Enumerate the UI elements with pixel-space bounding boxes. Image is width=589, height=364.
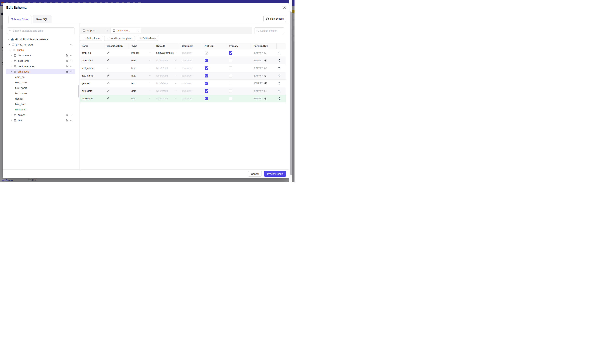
tree-item-public[interactable]: public [3,47,79,53]
not-null-checkbox[interactable] [205,89,208,93]
copy-icon[interactable] [65,54,68,57]
edit-foreign-key-icon[interactable] [264,97,267,100]
page-scrollbar[interactable] [289,0,292,182]
type-select[interactable]: text [129,64,154,72]
tree-item-first_name[interactable]: first_name [3,85,79,91]
not-null-checkbox[interactable] [205,82,208,85]
default-select[interactable]: No default [154,64,179,72]
tab-schema-editor[interactable]: Schema Editor [8,15,32,23]
caret-right-icon[interactable] [10,54,13,57]
edit-foreign-key-icon[interactable] [264,59,267,62]
copy-icon[interactable] [65,60,68,62]
more-options-icon[interactable] [70,59,73,62]
type-select[interactable]: date [129,57,154,64]
default-select[interactable]: No default [154,95,179,102]
caret-down-icon[interactable] [7,38,10,40]
cancel-button[interactable]: Cancel [248,171,262,177]
caret-right-icon[interactable] [10,119,13,122]
copy-icon[interactable] [65,114,68,116]
primary-checkbox[interactable] [229,97,232,100]
column-name-cell[interactable]: emp_no [80,49,104,57]
preview-issue-button[interactable]: Preview issue [264,171,286,177]
edit-indexes-button[interactable]: Edit indexes [137,36,158,41]
more-options-icon[interactable] [70,119,73,122]
column-name-cell[interactable]: nickname [80,95,104,102]
add-from-template-button[interactable]: Add from template [104,36,135,41]
more-options-icon[interactable] [70,113,73,116]
comment-input[interactable]: comment [179,72,202,79]
column-name-cell[interactable]: hire_date [80,87,104,95]
editor-tab-public.em...[interactable]: public.em... [111,28,141,33]
editor-tab-hr_prod[interactable]: hr_prod [81,28,110,33]
column-name-cell[interactable]: last_name [80,72,104,79]
column-name-cell[interactable]: gender [80,80,104,87]
tree-item-gender[interactable]: gender [3,96,79,101]
primary-checkbox[interactable] [229,59,232,62]
tree-item-nickname[interactable]: nickname [3,107,79,112]
pencil-icon[interactable] [107,97,109,100]
column-name-cell[interactable]: birth_date [80,57,104,64]
close-tab-icon[interactable] [106,29,108,32]
more-options-icon[interactable] [70,54,73,57]
edit-foreign-key-icon[interactable] [264,90,267,92]
comment-input[interactable]: comment [179,64,202,72]
pencil-icon[interactable] [107,67,109,70]
not-null-checkbox[interactable] [205,66,208,70]
column-name-cell[interactable]: first_name [80,64,104,72]
edit-foreign-key-icon[interactable] [264,67,267,70]
close-tab-icon[interactable] [137,29,139,32]
default-select[interactable]: No default [154,72,179,79]
type-select[interactable]: text [129,72,154,79]
primary-checkbox[interactable] [229,74,232,78]
copy-icon[interactable] [65,119,68,122]
type-select[interactable]: integer [129,49,154,57]
more-options-icon[interactable] [70,49,73,52]
tree-item-hire_date[interactable]: hire_date [3,101,79,107]
delete-column-icon[interactable] [278,74,281,77]
comment-input[interactable]: comment [179,87,202,95]
default-select[interactable]: No default [154,57,179,64]
caret-right-icon[interactable] [10,65,13,68]
type-select[interactable]: text [129,95,154,102]
more-options-icon[interactable] [70,70,73,73]
tree-item-birth_date[interactable]: birth_date [3,80,79,85]
pencil-icon[interactable] [107,90,109,92]
caret-down-icon[interactable] [8,43,11,46]
caret-right-icon[interactable] [10,114,13,116]
not-null-checkbox[interactable] [205,74,208,78]
tree-scrollbar-thumb[interactable] [78,85,79,98]
edit-foreign-key-icon[interactable] [264,52,267,54]
edit-foreign-key-icon[interactable] [264,74,267,77]
more-options-icon[interactable] [70,65,73,68]
add-column-button[interactable]: Add column [80,36,102,41]
more-options-icon[interactable] [70,43,73,46]
pencil-icon[interactable] [107,59,109,62]
run-checks-button[interactable]: Run checks [263,16,286,22]
caret-right-icon[interactable] [10,60,13,62]
primary-checkbox[interactable] [229,66,232,70]
pencil-icon[interactable] [107,52,109,54]
default-select[interactable]: nextval('employ [154,49,179,57]
comment-input[interactable]: comment [179,49,202,57]
tree-item-emp_no[interactable]: emp_no [3,74,79,80]
primary-checkbox[interactable] [229,82,232,85]
default-select[interactable]: No default [154,80,179,87]
tree-item-last_name[interactable]: last_name [3,91,79,96]
tree-item-employee[interactable]: employee [3,69,79,74]
tree-item-(Prod) hr_prod[interactable]: (Prod) hr_prod [3,42,79,47]
type-select[interactable]: date [129,87,154,95]
close-icon[interactable] [282,6,287,10]
tree-item-(Prod) Prod Sample Instance[interactable]: (Prod) Prod Sample Instance [3,37,79,42]
tree-item-dept_manager[interactable]: dept_manager [3,64,79,69]
delete-column-icon[interactable] [278,82,281,85]
delete-column-icon[interactable] [278,90,281,92]
comment-input[interactable]: comment [179,80,202,87]
delete-column-icon[interactable] [278,59,281,62]
delete-column-icon[interactable] [278,67,281,70]
caret-down-icon[interactable] [9,49,12,52]
edit-foreign-key-icon[interactable] [264,82,267,85]
copy-icon[interactable] [65,65,68,68]
page-scrollbar-thumb[interactable] [290,11,292,175]
tree-item-department[interactable]: department [3,53,79,58]
search-database-input[interactable] [7,28,74,34]
